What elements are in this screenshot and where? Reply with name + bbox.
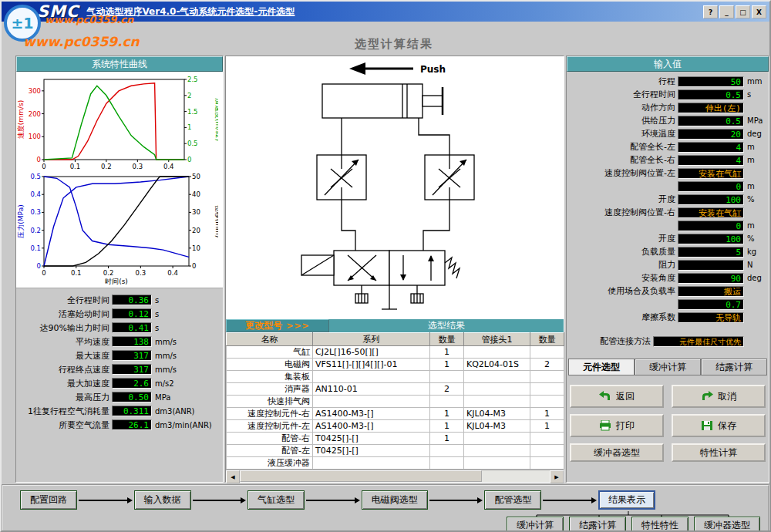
svg-text:时间(s): 时间(s) bbox=[105, 278, 128, 285]
selection-row[interactable]: 速度控制元件-左AS1400-M3-[]1KJL04-M31 bbox=[227, 420, 564, 433]
smc-logo: SMC bbox=[37, 2, 79, 21]
save-button[interactable]: 保存 bbox=[672, 414, 766, 437]
scroll-left-button[interactable]: ◀ bbox=[226, 470, 240, 483]
selection-table-header: 名称系列数量管接头1数量 bbox=[227, 333, 564, 346]
input-label: 配管全长-左 bbox=[568, 141, 675, 153]
input-unit: s bbox=[744, 90, 767, 99]
flow-step[interactable]: 输入数据 bbox=[134, 490, 191, 510]
system-results-list: 全行程时间0.36s活塞始动时间0.12s达90%输出力时间0.41s平均速度1… bbox=[16, 288, 223, 432]
selection-result-bar: 更改型号 >>> 选型结果 bbox=[226, 319, 564, 332]
svg-text:40: 40 bbox=[192, 190, 200, 198]
selection-row[interactable]: 快速排气阀 bbox=[227, 396, 564, 408]
result-value-display: 0.36 bbox=[112, 295, 152, 305]
scrollbar-thumb[interactable] bbox=[240, 470, 482, 482]
close-button[interactable]: X bbox=[752, 5, 766, 19]
result-value-display: 0.12 bbox=[112, 308, 152, 319]
sub-step[interactable]: 缓冲计算 bbox=[507, 517, 564, 532]
input-row: 0m bbox=[567, 219, 769, 232]
print-icon bbox=[599, 420, 611, 431]
maximize-button[interactable]: □ bbox=[736, 5, 750, 19]
selection-row[interactable]: 集装板 bbox=[227, 371, 564, 383]
result-row: 全行程时间0.36s bbox=[16, 293, 223, 307]
flow-step[interactable]: 配管选型 bbox=[484, 490, 541, 510]
change-model-button[interactable]: 更改型号 >>> bbox=[226, 319, 329, 332]
print-button[interactable]: 打印 bbox=[570, 414, 664, 437]
input-row: 使用场合及负载率搬运 bbox=[567, 285, 769, 298]
input-row: 行程50mm bbox=[567, 75, 769, 88]
input-unit: % bbox=[744, 195, 767, 204]
svg-text:压力(MPa): 压力(MPa) bbox=[17, 204, 25, 237]
result-value-display: 0.41 bbox=[112, 322, 152, 333]
horizontal-scrollbar[interactable]: ◀ ▶ bbox=[226, 470, 564, 482]
selection-row[interactable]: 气缸CJ2L[]16-50[][]1 bbox=[227, 346, 564, 359]
selection-row[interactable]: 速度控制元件-右AS1400-M3-[]1KJL04-M31 bbox=[227, 408, 564, 420]
result-label: 最大加速度 bbox=[18, 378, 109, 389]
sub-step[interactable]: 缓冲器选型 bbox=[694, 517, 760, 532]
result-value-display: 0.311 bbox=[112, 406, 152, 416]
tab[interactable]: 结露计算 bbox=[701, 359, 767, 375]
flow-step[interactable]: 气缸选型 bbox=[247, 490, 305, 510]
svg-text:0: 0 bbox=[192, 262, 196, 270]
tab[interactable]: 缓冲计算 bbox=[635, 359, 701, 375]
column-header: 数量 bbox=[430, 333, 464, 346]
result-label: 所要空气流量 bbox=[18, 419, 109, 431]
tab-row: 元件选型缓冲计算结露计算 bbox=[568, 359, 767, 375]
help-button[interactable]: ? bbox=[703, 5, 718, 19]
svg-text:速度(mm/s): 速度(mm/s) bbox=[17, 100, 25, 139]
result-unit: m/s2 bbox=[152, 379, 221, 388]
result-value-display: 0.50 bbox=[112, 392, 152, 402]
characteristic-calc-button[interactable]: 特性计算 bbox=[672, 443, 766, 462]
result-value-display: 26.1 bbox=[112, 419, 152, 430]
selection-row[interactable]: 电磁阀VFS11[]-[][]4[][]-011KQ2L04-01S2 bbox=[227, 359, 564, 371]
scroll-right-button[interactable]: ▶ bbox=[550, 470, 564, 483]
input-row: 速度控制阀位置-右安装在气缸 bbox=[567, 206, 769, 219]
input-row: 0m bbox=[567, 180, 769, 193]
input-value-display: 伸出(左) bbox=[678, 103, 744, 113]
input-value-display: 搬运 bbox=[678, 286, 744, 297]
flow-step[interactable]: 结果表示 bbox=[598, 490, 655, 510]
input-label: 开度 bbox=[568, 194, 675, 205]
input-unit: m bbox=[744, 182, 767, 190]
column-header: 数量 bbox=[530, 333, 564, 346]
right-panel-header: 输入值 bbox=[567, 56, 769, 72]
input-unit: deg bbox=[744, 130, 767, 138]
minimize-button[interactable]: _ bbox=[719, 5, 734, 19]
return-button[interactable]: 返回 bbox=[570, 385, 664, 408]
speed-acceleration-chart: 00.10.20.30.4010020030000.511.522.5速度(mm… bbox=[16, 73, 218, 172]
flow-step[interactable]: 配置回路 bbox=[20, 490, 77, 510]
return-arrow-icon bbox=[599, 391, 611, 402]
result-label: 活塞始动时间 bbox=[18, 308, 109, 320]
tab[interactable]: 元件选型 bbox=[568, 359, 635, 375]
selection-row[interactable]: 配管-右T0425[]-[]1 bbox=[227, 433, 564, 445]
flow-arrow-icon bbox=[79, 497, 133, 503]
svg-text:0.4: 0.4 bbox=[167, 269, 178, 277]
buffer-select-button[interactable]: 缓冲器选型 bbox=[570, 443, 664, 462]
input-value-display: 元件最佳尺寸优先 bbox=[653, 336, 744, 347]
flow-step[interactable]: 电磁阀选型 bbox=[362, 490, 428, 510]
input-value-display: 4 bbox=[678, 155, 744, 166]
workflow-sub-steps: 缓冲计算结露计算特性特性缓冲器选型 bbox=[507, 517, 760, 532]
input-label: 开度 bbox=[568, 233, 675, 244]
input-label: 全行程时间 bbox=[568, 89, 675, 100]
input-value-display: 安装在气缸 bbox=[678, 207, 744, 218]
watermark-url-main: www.pc0359.cn bbox=[23, 34, 140, 49]
scrollbar-track[interactable] bbox=[240, 470, 550, 482]
result-row: 最大加速度2.6m/s2 bbox=[16, 376, 223, 390]
selection-row[interactable]: 液压缓冲器 bbox=[227, 457, 564, 470]
action-buttons: 返回取消打印保存缓冲器选型特性计算 bbox=[567, 385, 769, 462]
svg-text:2: 2 bbox=[187, 92, 191, 99]
selection-row[interactable]: 消声器AN110-012 bbox=[227, 383, 564, 396]
sub-step[interactable]: 特性特性 bbox=[631, 517, 689, 532]
sub-step[interactable]: 结露计算 bbox=[569, 517, 626, 532]
svg-text:0.3: 0.3 bbox=[136, 269, 146, 277]
input-row: 负载质量5kg bbox=[567, 245, 769, 258]
selection-row[interactable]: 配管-左T0425[]-[] bbox=[227, 445, 564, 457]
result-row: 平均速度138mm/s bbox=[16, 335, 223, 348]
svg-text:0: 0 bbox=[42, 269, 45, 277]
circuit-panel: Push 更改型号 >>> 选型结果 名称系列数量管接头1数量 气缸CJ2L[]… bbox=[225, 56, 564, 483]
input-values-list: 行程50mm全行程时间0.5s动作方向伸出(左)供给压力0.5MPa环境温度20… bbox=[567, 72, 769, 348]
svg-text:0.5: 0.5 bbox=[30, 173, 41, 180]
svg-text:0.4: 0.4 bbox=[30, 190, 41, 198]
cancel-button[interactable]: 取消 bbox=[672, 385, 766, 408]
column-header: 管接头1 bbox=[464, 333, 530, 346]
